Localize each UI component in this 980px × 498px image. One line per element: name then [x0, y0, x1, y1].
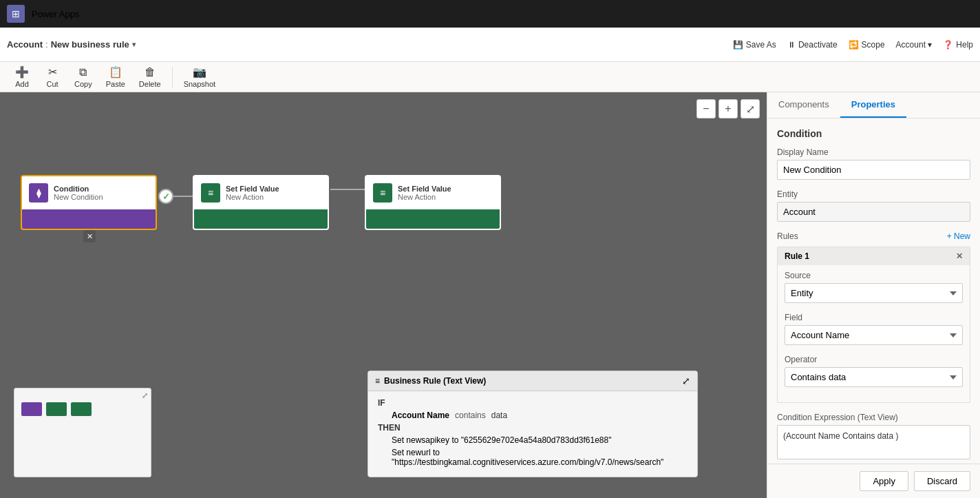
condition-expression-group: Condition Expression (Text View) (Accoun…: [777, 413, 970, 459]
action-1-icon: ≡: [201, 183, 220, 203]
copy-button[interactable]: ⧉ Copy: [69, 63, 98, 91]
help-label: Help: [956, 40, 973, 50]
action-node-2[interactable]: ≡ Set Field Value New Action: [365, 175, 502, 230]
topbar: ⊞ Power Apps: [0, 0, 980, 28]
condition-icon: ⧫: [29, 183, 48, 203]
biz-rule-if-keyword: IF: [378, 398, 385, 408]
condition-expr-label: Condition Expression (Text View): [777, 413, 970, 422]
biz-rule-expand-button[interactable]: ⤢: [682, 375, 690, 386]
help-button[interactable]: ❓ Help: [943, 40, 973, 50]
operator-select[interactable]: Contains data: [785, 367, 963, 387]
display-name-group: Display Name: [777, 147, 970, 180]
source-label: Source: [785, 271, 963, 280]
action-2-icon-symbol: ≡: [380, 187, 385, 198]
source-group: Source Entity: [785, 271, 963, 303]
deactivate-button[interactable]: ⏸ Deactivate: [787, 40, 838, 50]
save-icon: 💾: [733, 40, 743, 50]
tab-components[interactable]: Components: [767, 92, 840, 118]
action-2-node-type: Set Field Value: [398, 185, 451, 193]
action-2-node-footer: [366, 209, 500, 229]
toolbar-separator: [172, 67, 173, 87]
cut-button[interactable]: ✂ Cut: [39, 63, 66, 91]
display-name-input[interactable]: [777, 160, 970, 180]
copy-icon: ⧉: [79, 66, 87, 79]
field-select[interactable]: Account Name: [785, 325, 963, 345]
breadcrumb-chevron[interactable]: ▾: [132, 41, 136, 48]
rule-1-header: Rule 1 ✕: [778, 247, 970, 265]
operator-label: Operator: [785, 355, 963, 364]
paste-icon: 📋: [109, 65, 122, 79]
rules-label: Rules: [777, 231, 798, 241]
entity-input[interactable]: [777, 202, 970, 222]
canvas-area[interactable]: − + ⤢ ⧫ Condition New Condition: [0, 92, 767, 498]
connector-line-2: [330, 189, 365, 190]
scope-account-label: Account ▾: [896, 40, 933, 50]
rule-1-body: Source Entity Field Account Name Operato…: [778, 265, 970, 402]
snapshot-button[interactable]: 📷 Snapshot: [178, 63, 221, 91]
panel-section-title: Condition: [777, 128, 970, 139]
condition-node-card[interactable]: ⧫ Condition New Condition: [21, 175, 157, 230]
add-button[interactable]: ➕ Add: [8, 63, 36, 91]
right-panel: Components Properties Condition Display …: [767, 92, 980, 498]
paste-button[interactable]: 📋 Paste: [100, 63, 131, 91]
biz-rule-title: ≡ Business Rule (Text View): [375, 376, 486, 386]
breadcrumb: Account : New business rule ▾: [7, 39, 733, 50]
tab-properties[interactable]: Properties: [840, 92, 906, 118]
delete-button[interactable]: 🗑 Delete: [134, 63, 167, 91]
save-as-label: Save As: [746, 40, 776, 50]
panel-footer: Apply Discard: [767, 464, 980, 498]
waffle-menu-icon[interactable]: ⊞: [7, 5, 25, 23]
fit-screen-button[interactable]: ⤢: [741, 99, 760, 118]
save-as-button[interactable]: 💾 Save As: [733, 40, 776, 50]
rule-1-close-button[interactable]: ✕: [956, 251, 963, 261]
action-1-node-text: Set Field Value New Action: [226, 185, 279, 201]
zoom-controls: − + ⤢: [696, 99, 760, 118]
operator-group: Operator Contains data: [785, 355, 963, 387]
rules-add-button[interactable]: + New: [947, 231, 970, 241]
condition-node-delete[interactable]: ✕: [83, 230, 96, 242]
mini-node-action-1: [46, 402, 67, 416]
condition-node[interactable]: ⧫ Condition New Condition ✕: [21, 175, 158, 230]
condition-node-name: New Condition: [54, 193, 103, 201]
zoom-in-button[interactable]: +: [718, 99, 738, 118]
app-title: Power Apps: [32, 9, 79, 19]
action-node-2-card[interactable]: ≡ Set Field Value New Action: [365, 175, 501, 230]
scope-icon: 🔁: [849, 40, 859, 50]
rule-1-box: Rule 1 ✕ Source Entity Field Account Nam…: [777, 247, 970, 403]
mini-map-nodes: [21, 402, 92, 416]
connector-line-1: [173, 196, 193, 197]
delete-icon: 🗑: [145, 66, 156, 79]
connector-check-icon: ✓: [158, 189, 173, 204]
delete-label: Delete: [139, 80, 161, 88]
action-1-icon-symbol: ≡: [208, 187, 213, 198]
source-select[interactable]: Entity: [785, 283, 963, 303]
biz-rule-if-val: data: [491, 411, 507, 420]
scope-button[interactable]: 🔁 Scope: [849, 40, 885, 50]
discard-button[interactable]: Discard: [914, 471, 970, 491]
scope-account-button[interactable]: Account ▾: [896, 40, 933, 50]
action-node-1-card[interactable]: ≡ Set Field Value New Action: [193, 175, 329, 230]
apply-button[interactable]: Apply: [860, 471, 908, 491]
action-node-1[interactable]: ≡ Set Field Value New Action: [193, 175, 330, 230]
biz-rule-icon: ≡: [375, 376, 380, 386]
mini-map-expand-button[interactable]: ⤢: [142, 391, 148, 400]
connector-2: [330, 189, 365, 190]
waffle-icon-symbol: ⊞: [12, 8, 20, 19]
biz-rule-if-field: Account Name: [392, 411, 449, 420]
panel-content: Condition Display Name Entity Rules + Ne…: [767, 118, 980, 464]
mini-map[interactable]: ⤢: [14, 388, 151, 477]
action-2-icon: ≡: [373, 183, 392, 203]
cut-label: Cut: [46, 80, 58, 88]
zoom-out-button[interactable]: −: [696, 99, 716, 118]
biz-rule-then-action-1: Set newsapikey to "6255629e702e4a54a80d7…: [392, 435, 688, 445]
biz-rule-then-keyword: THEN: [378, 423, 401, 433]
toolbar: ➕ Add ✂ Cut ⧉ Copy 📋 Paste 🗑 Delete 📷 Sn…: [0, 62, 980, 92]
biz-rule-if-op: contains: [455, 411, 486, 420]
snapshot-label: Snapshot: [184, 80, 215, 88]
field-label: Field: [785, 313, 963, 322]
help-icon: ❓: [943, 40, 953, 50]
panel-tabs: Components Properties: [767, 92, 980, 118]
snapshot-icon: 📷: [193, 65, 206, 79]
biz-rule-title-text: Business Rule (Text View): [384, 376, 486, 386]
action-1-node-name: New Action: [226, 193, 279, 201]
